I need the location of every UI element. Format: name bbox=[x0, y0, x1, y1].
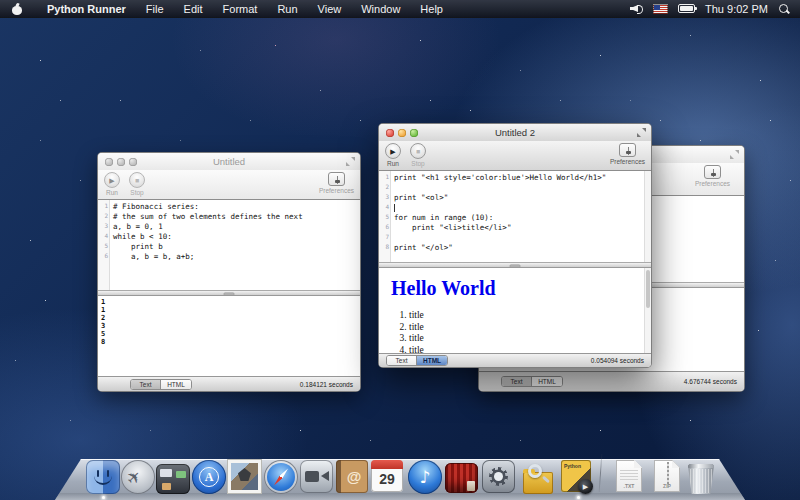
dock-ical-icon[interactable]: 29 bbox=[371, 460, 405, 494]
dock-finder-icon[interactable] bbox=[86, 460, 120, 494]
dock-separator bbox=[599, 454, 603, 492]
play-icon: ▶ bbox=[109, 177, 114, 184]
dock-python-runner-icon[interactable]: Python▶ bbox=[561, 460, 595, 494]
apple-menu-icon[interactable] bbox=[12, 3, 23, 15]
dock-txt-document-icon[interactable]: .TXT bbox=[612, 460, 646, 494]
tab-text[interactable]: Text bbox=[502, 377, 532, 386]
running-indicator bbox=[102, 496, 105, 499]
titlebar[interactable]: Untitled 2 bbox=[379, 124, 651, 141]
preferences-button[interactable]: Preferences bbox=[695, 165, 730, 187]
code-editor[interactable]: 1 2 3 4 5 6 7 8 print "<h1 style='color:… bbox=[379, 171, 651, 262]
tab-text[interactable]: Text bbox=[387, 356, 417, 365]
status-bar: Text HTML 0.054094 seconds bbox=[379, 353, 651, 367]
code-line bbox=[394, 183, 644, 193]
code-line: print b bbox=[113, 242, 353, 252]
output-pane[interactable]: 1 1 2 3 5 8 bbox=[98, 296, 360, 376]
tab-html[interactable]: HTML bbox=[161, 380, 191, 389]
spotlight-icon[interactable] bbox=[778, 3, 790, 15]
status-bar: Text HTML 4.676744 seconds bbox=[479, 371, 744, 391]
titlebar[interactable]: Untitled bbox=[98, 153, 360, 170]
fullscreen-icon[interactable] bbox=[730, 150, 739, 159]
code-line: a, b = b, a+b; bbox=[113, 252, 353, 262]
code-line bbox=[394, 233, 644, 243]
preferences-button[interactable]: Preferences bbox=[319, 172, 354, 194]
output-mode-segmented-control: Text HTML bbox=[501, 376, 563, 387]
code-line: print "</ol>" bbox=[394, 243, 644, 253]
minimize-button[interactable] bbox=[398, 129, 406, 137]
window-untitled-2: Untitled 2 ▶ Run ■ Stop Preferences 1 2 … bbox=[378, 123, 652, 368]
close-button[interactable] bbox=[105, 158, 113, 166]
dock-trash-icon[interactable] bbox=[688, 460, 722, 494]
execution-time: 0.184121 seconds bbox=[300, 381, 353, 388]
menu-item-format[interactable]: Format bbox=[213, 3, 268, 15]
menu-item-file[interactable]: File bbox=[136, 3, 174, 15]
menu-item-window[interactable]: Window bbox=[351, 3, 410, 15]
output-mode-segmented-control: Text HTML bbox=[130, 379, 192, 390]
stop-button[interactable]: ■ Stop bbox=[410, 143, 426, 167]
tab-html[interactable]: HTML bbox=[532, 377, 562, 386]
menubar-app-name[interactable]: Python Runner bbox=[37, 3, 136, 15]
line-number-gutter: 1 2 3 4 5 6 7 8 bbox=[379, 171, 391, 262]
menu-item-help[interactable]: Help bbox=[410, 3, 453, 15]
dock-facetime-icon[interactable] bbox=[300, 460, 334, 494]
code-line: print "<ol>" bbox=[394, 193, 644, 203]
preferences-icon bbox=[328, 172, 345, 186]
preferences-button[interactable]: Preferences bbox=[610, 143, 645, 165]
dock-launchpad-icon[interactable]: ✈ bbox=[121, 460, 155, 494]
minimize-button[interactable] bbox=[117, 158, 125, 166]
rendered-ordered-list: title title title title title title bbox=[393, 310, 651, 353]
input-language-flag-icon[interactable] bbox=[653, 4, 668, 14]
dock-app-store-icon[interactable]: A bbox=[192, 460, 226, 494]
menu-bar: Python Runner File Edit Format Run View … bbox=[0, 0, 800, 18]
code-line: while b < 10: bbox=[113, 232, 353, 242]
list-item: title bbox=[409, 310, 651, 322]
output-scrollbar[interactable] bbox=[644, 268, 651, 353]
scrollbar-thumb[interactable] bbox=[646, 270, 650, 308]
code-line: # Fibonacci series: bbox=[113, 202, 353, 212]
output-pane-html[interactable]: Hello World title title title title titl… bbox=[379, 268, 651, 353]
tab-html[interactable]: HTML bbox=[417, 356, 447, 365]
dock-icons: ✈ A @ 29 ♪ Python▶ .TXT ZIP bbox=[0, 454, 800, 494]
menubar-clock[interactable]: Thu 9:02 PM bbox=[705, 3, 768, 15]
fullscreen-icon[interactable] bbox=[637, 128, 646, 137]
dock-photo-booth-icon[interactable] bbox=[445, 460, 479, 494]
fullscreen-icon[interactable] bbox=[346, 157, 355, 166]
execution-time: 4.676744 seconds bbox=[684, 378, 737, 385]
volume-icon[interactable] bbox=[630, 3, 643, 14]
dock-mission-control-icon[interactable] bbox=[156, 460, 190, 494]
status-bar: Text HTML 0.184121 seconds bbox=[98, 376, 360, 391]
output-line: 3 bbox=[101, 322, 360, 330]
dock-safari-icon[interactable] bbox=[264, 460, 298, 494]
menu-item-run[interactable]: Run bbox=[267, 3, 307, 15]
dock-itunes-icon[interactable]: ♪ bbox=[408, 460, 442, 494]
list-item: title bbox=[409, 322, 651, 334]
code-line: for num in range (10): bbox=[394, 213, 644, 223]
battery-icon[interactable] bbox=[678, 4, 695, 13]
zoom-button[interactable] bbox=[410, 129, 418, 137]
list-item: title bbox=[409, 345, 651, 353]
code-line: # the sum of two elements defines the ne… bbox=[113, 212, 353, 222]
run-button[interactable]: ▶ Run bbox=[104, 172, 120, 196]
code-line: print "<h1 style='color:blue'>Hello Worl… bbox=[394, 173, 644, 183]
play-icon: ▶ bbox=[390, 148, 395, 155]
dock-address-book-icon[interactable]: @ bbox=[336, 460, 370, 494]
stop-icon: ■ bbox=[416, 148, 420, 155]
window-title: Untitled 2 bbox=[495, 127, 535, 138]
code-editor[interactable]: 1 2 3 4 5 6 # Fibonacci series: # the su… bbox=[98, 200, 360, 290]
stop-button[interactable]: ■ Stop bbox=[129, 172, 145, 196]
dock-system-preferences-icon[interactable] bbox=[482, 460, 516, 494]
menu-item-view[interactable]: View bbox=[308, 3, 352, 15]
dock-search-folder-icon[interactable] bbox=[521, 460, 555, 494]
run-button[interactable]: ▶ Run bbox=[385, 143, 401, 167]
zoom-button[interactable] bbox=[129, 158, 137, 166]
close-button[interactable] bbox=[386, 129, 394, 137]
output-line: 1 bbox=[101, 298, 360, 306]
output-line: 2 bbox=[101, 314, 360, 322]
code-scrollbar[interactable] bbox=[644, 171, 651, 262]
dock-zip-archive-icon[interactable]: ZIP bbox=[650, 460, 684, 494]
menu-item-edit[interactable]: Edit bbox=[174, 3, 213, 15]
tab-text[interactable]: Text bbox=[131, 380, 161, 389]
stop-icon: ■ bbox=[135, 177, 139, 184]
preferences-icon bbox=[704, 165, 721, 179]
dock-mail-icon[interactable] bbox=[228, 460, 262, 494]
